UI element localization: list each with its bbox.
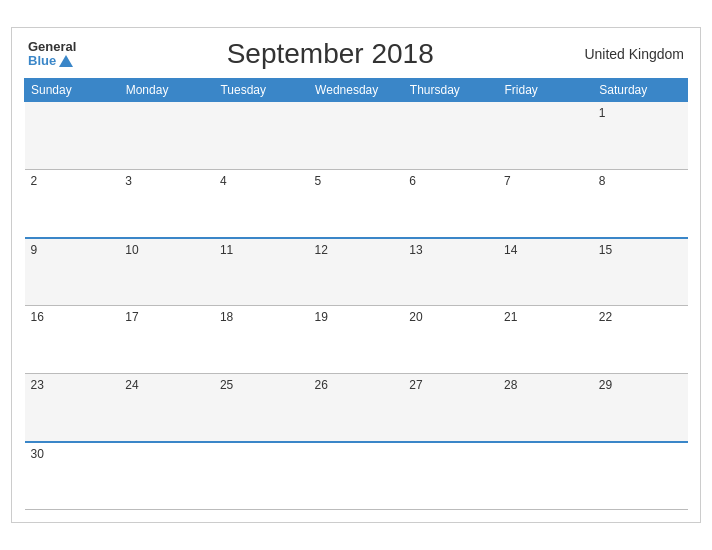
day-number: 5 (315, 174, 322, 188)
day-number: 22 (599, 310, 612, 324)
day-header-monday: Monday (119, 79, 214, 102)
calendar-cell: 2 (25, 170, 120, 238)
logo-triangle-icon (59, 55, 73, 67)
day-number: 7 (504, 174, 511, 188)
day-number: 18 (220, 310, 233, 324)
calendar-cell: 25 (214, 374, 309, 442)
calendar-cell: 30 (25, 442, 120, 510)
calendar-cell: 28 (498, 374, 593, 442)
day-number: 15 (599, 243, 612, 257)
day-header-saturday: Saturday (593, 79, 688, 102)
calendar-cell (498, 102, 593, 170)
calendar-cell (119, 102, 214, 170)
day-number: 6 (409, 174, 416, 188)
logo-general-text: General (28, 40, 76, 54)
calendar-cell: 9 (25, 238, 120, 306)
day-number: 19 (315, 310, 328, 324)
day-number: 21 (504, 310, 517, 324)
day-header-tuesday: Tuesday (214, 79, 309, 102)
calendar-cell: 21 (498, 306, 593, 374)
day-header-friday: Friday (498, 79, 593, 102)
calendar-cell: 24 (119, 374, 214, 442)
calendar-cell: 4 (214, 170, 309, 238)
calendar-cell: 17 (119, 306, 214, 374)
day-number: 20 (409, 310, 422, 324)
day-number: 14 (504, 243, 517, 257)
calendar-cell (25, 102, 120, 170)
day-number: 13 (409, 243, 422, 257)
day-number: 28 (504, 378, 517, 392)
calendar-cell: 15 (593, 238, 688, 306)
calendar-cell: 1 (593, 102, 688, 170)
week-row-4: 16171819202122 (25, 306, 688, 374)
calendar-cell: 3 (119, 170, 214, 238)
calendar-cell: 8 (593, 170, 688, 238)
calendar-title: September 2018 (76, 38, 584, 70)
calendar-cell (309, 102, 404, 170)
calendar-cell (593, 442, 688, 510)
calendar-cell: 19 (309, 306, 404, 374)
calendar-cell: 16 (25, 306, 120, 374)
calendar-container: General Blue September 2018 United Kingd… (11, 27, 701, 523)
calendar-cell: 20 (403, 306, 498, 374)
day-number: 11 (220, 243, 233, 257)
calendar-cell (403, 102, 498, 170)
day-number: 25 (220, 378, 233, 392)
calendar-cell: 12 (309, 238, 404, 306)
calendar-cell: 7 (498, 170, 593, 238)
day-number: 10 (125, 243, 138, 257)
day-header-sunday: Sunday (25, 79, 120, 102)
calendar-header: General Blue September 2018 United Kingd… (24, 38, 688, 70)
calendar-cell: 22 (593, 306, 688, 374)
week-row-5: 23242526272829 (25, 374, 688, 442)
calendar-cell (214, 102, 309, 170)
day-number: 1 (599, 106, 606, 120)
week-row-6: 30 (25, 442, 688, 510)
day-header-thursday: Thursday (403, 79, 498, 102)
calendar-cell: 27 (403, 374, 498, 442)
calendar-cell (403, 442, 498, 510)
calendar-cell: 13 (403, 238, 498, 306)
calendar-cell: 11 (214, 238, 309, 306)
day-number: 27 (409, 378, 422, 392)
calendar-cell: 18 (214, 306, 309, 374)
calendar-cell (309, 442, 404, 510)
day-header-wednesday: Wednesday (309, 79, 404, 102)
calendar-cell: 14 (498, 238, 593, 306)
day-number: 4 (220, 174, 227, 188)
day-number: 17 (125, 310, 138, 324)
week-row-1: 1 (25, 102, 688, 170)
calendar-cell: 23 (25, 374, 120, 442)
logo-blue-text: Blue (28, 54, 56, 68)
calendar-grid: SundayMondayTuesdayWednesdayThursdayFrid… (24, 78, 688, 510)
day-number: 26 (315, 378, 328, 392)
logo: General Blue (28, 40, 76, 69)
day-number: 9 (31, 243, 38, 257)
week-row-2: 2345678 (25, 170, 688, 238)
day-number: 3 (125, 174, 132, 188)
day-number: 16 (31, 310, 44, 324)
calendar-cell (214, 442, 309, 510)
calendar-cell: 6 (403, 170, 498, 238)
calendar-cell: 29 (593, 374, 688, 442)
day-number: 30 (31, 447, 44, 461)
day-number: 23 (31, 378, 44, 392)
calendar-country: United Kingdom (584, 46, 684, 62)
calendar-cell: 10 (119, 238, 214, 306)
days-header-row: SundayMondayTuesdayWednesdayThursdayFrid… (25, 79, 688, 102)
day-number: 2 (31, 174, 38, 188)
day-number: 8 (599, 174, 606, 188)
calendar-cell: 26 (309, 374, 404, 442)
day-number: 12 (315, 243, 328, 257)
week-row-3: 9101112131415 (25, 238, 688, 306)
day-number: 24 (125, 378, 138, 392)
day-number: 29 (599, 378, 612, 392)
calendar-cell (119, 442, 214, 510)
calendar-cell (498, 442, 593, 510)
calendar-cell: 5 (309, 170, 404, 238)
